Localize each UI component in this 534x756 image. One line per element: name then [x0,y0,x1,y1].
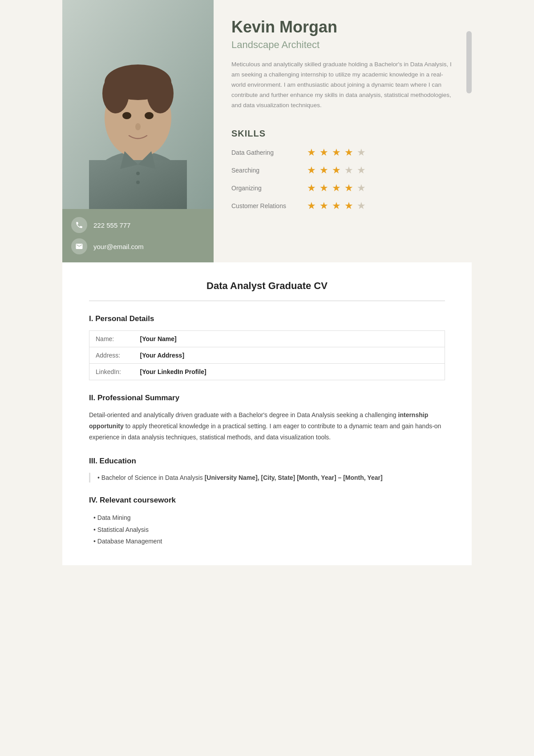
document-section: Data Analyst Graduate CV I. Personal Det… [62,262,472,565]
personal-detail-row: LinkedIn:[Your LinkedIn Profile] [89,364,445,380]
star-filled: ★ [332,147,341,158]
contact-bar: 222 555 777 your@email.com [62,209,214,262]
skills-section: SKILLS Data Gathering★★★★★Searching★★★★★… [231,129,454,218]
person-name: Kevin Morgan [231,18,454,36]
email-contact: your@email.com [71,238,205,254]
name-title-block: Kevin Morgan Landscape Architect [231,18,454,51]
skill-stars: ★★★★★ [307,147,366,158]
personal-detail-row: Address:[Your Address] [89,347,445,364]
summary-text-start: Detail-oriented and analytically driven … [89,411,398,418]
star-filled: ★ [307,182,316,194]
person-job-title: Landscape Architect [231,39,454,51]
education-heading: III. Education [89,457,445,466]
skills-heading: SKILLS [231,129,454,139]
info-column: Kevin Morgan Landscape Architect Meticul… [214,0,472,262]
coursework-item: Database Management [93,535,445,547]
skill-row: Data Gathering★★★★★ [231,147,454,158]
skill-name: Customer Relations [231,202,307,209]
star-empty: ★ [357,200,366,212]
skill-stars: ★★★★★ [307,200,366,212]
personal-detail-row: Name:[Your Name] [89,331,445,347]
personal-details-section: I. Personal Details Name:[Your Name]Addr… [89,314,445,380]
personal-detail-value: [Your LinkedIn Profile] [134,364,445,380]
coursework-heading: IV. Relevant coursework [89,496,445,505]
email-icon [71,238,87,254]
skills-list: Data Gathering★★★★★Searching★★★★★Organiz… [231,147,454,212]
phone-contact: 222 555 777 [71,217,205,233]
skill-row: Searching★★★★★ [231,165,454,176]
star-filled: ★ [332,200,341,212]
personal-detail-value: [Your Name] [134,331,445,347]
svg-point-14 [136,181,140,184]
personal-table-body: Name:[Your Name]Address:[Your Address]Li… [89,331,445,380]
phone-icon [71,217,87,233]
coursework-section: IV. Relevant coursework Data MiningStati… [89,496,445,547]
star-filled: ★ [332,165,341,176]
svg-point-9 [145,112,154,119]
personal-detail-label: Name: [89,331,134,347]
professional-summary-heading: II. Professional Summary [89,394,445,402]
skill-stars: ★★★★★ [307,182,366,194]
star-filled: ★ [307,165,316,176]
skill-name: Organizing [231,185,307,192]
svg-point-7 [147,73,174,113]
svg-rect-2 [89,160,187,209]
svg-point-13 [136,172,140,175]
document-divider [89,301,445,301]
personal-detail-value: [Your Address] [134,347,445,364]
personal-detail-label: LinkedIn: [89,364,134,380]
professional-summary-text: Detail-oriented and analytically driven … [89,410,445,443]
education-item-bold: [University Name], [City, State] [Month,… [205,474,383,481]
svg-point-6 [102,73,129,113]
star-empty: ★ [344,165,353,176]
star-filled: ★ [320,165,328,176]
profile-photo [62,0,214,209]
coursework-list: Data MiningStatistical AnalysisDatabase … [89,512,445,547]
star-filled: ★ [307,147,316,158]
education-item: • Bachelor of Science in Data Analysis [… [89,473,445,483]
skill-name: Searching [231,167,307,174]
profile-image [62,0,214,209]
skill-stars: ★★★★★ [307,165,366,176]
star-empty: ★ [357,147,366,158]
phone-number: 222 555 777 [93,221,130,229]
coursework-item: Data Mining [93,512,445,524]
skill-row: Customer Relations★★★★★ [231,200,454,212]
summary-text-end: to apply theoretical knowledge in a prac… [89,422,441,441]
profile-summary: Meticulous and analytically skilled grad… [231,60,454,111]
star-filled: ★ [320,200,328,212]
star-filled: ★ [320,182,328,194]
photo-column: 222 555 777 your@email.com [62,0,214,262]
document-title: Data Analyst Graduate CV [89,280,445,292]
star-filled: ★ [307,200,316,212]
star-empty: ★ [357,182,366,194]
personal-details-table: Name:[Your Name]Address:[Your Address]Li… [89,330,445,380]
email-address: your@email.com [93,243,144,250]
personal-detail-label: Address: [89,347,134,364]
skill-name: Data Gathering [231,149,307,156]
personal-details-heading: I. Personal Details [89,314,445,323]
star-filled: ★ [332,182,341,194]
education-item-text: • Bachelor of Science in Data Analysis [97,474,205,481]
svg-point-10 [135,123,141,130]
svg-point-8 [122,112,131,119]
scrollbar[interactable] [466,31,472,93]
star-filled: ★ [344,200,353,212]
star-filled: ★ [344,182,353,194]
star-filled: ★ [320,147,328,158]
coursework-item: Statistical Analysis [93,524,445,536]
star-empty: ★ [357,165,366,176]
skill-row: Organizing★★★★★ [231,182,454,194]
education-section: III. Education • Bachelor of Science in … [89,457,445,483]
star-filled: ★ [344,147,353,158]
top-card: 222 555 777 your@email.com Kevin Morgan … [62,0,472,262]
professional-summary-section: II. Professional Summary Detail-oriented… [89,394,445,443]
